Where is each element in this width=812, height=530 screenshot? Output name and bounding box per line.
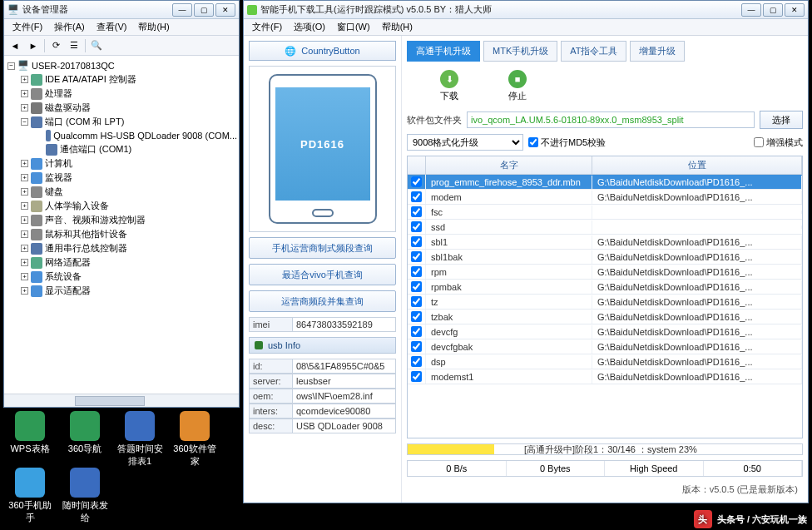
table-row[interactable]: dspG:\BaiduNetdiskDownload\PD1616_... — [408, 354, 802, 369]
stop-label: 停止 — [508, 90, 527, 102]
table-row[interactable]: rpmbakG:\BaiduNetdiskDownload\PD1616_... — [408, 280, 802, 295]
tree-item[interactable]: +人体学输入设备 — [21, 199, 237, 213]
tree-item[interactable]: +监视器 — [21, 171, 237, 185]
row-checkbox[interactable] — [411, 266, 422, 277]
tree-item[interactable]: 通信端口 (COM1) — [34, 142, 237, 156]
row-checkbox[interactable] — [411, 296, 422, 307]
stop-button[interactable]: ■ 停止 — [508, 70, 527, 102]
table-row[interactable]: devcfgG:\BaiduNetdiskDownload\PD1616_... — [408, 324, 802, 339]
download-button[interactable]: ⬇ 下载 — [440, 70, 458, 102]
menu-action[interactable]: 操作(A) — [49, 19, 90, 35]
row-checkbox[interactable] — [411, 176, 422, 187]
desktop-icon[interactable]: 答题时间安排表1 — [116, 411, 163, 468]
download-label: 下载 — [440, 90, 458, 102]
tool-icon — [247, 5, 257, 15]
tool-menu-options[interactable]: 选项(O) — [289, 19, 330, 35]
horizontal-scrollbar[interactable] — [4, 394, 239, 407]
tree-item[interactable]: +键盘 — [21, 185, 237, 199]
tool-menu-help[interactable]: 帮助(H) — [377, 19, 418, 35]
desktop-icon[interactable]: 360软件管家 — [171, 411, 218, 468]
row-checkbox[interactable] — [411, 281, 422, 292]
table-row[interactable]: fsc — [408, 205, 802, 220]
back-icon[interactable]: ◄ — [7, 38, 22, 53]
tree-item[interactable]: +磁盘驱动器 — [21, 101, 237, 115]
enhanced-checkbox[interactable]: 增强模式 — [754, 136, 803, 149]
tool-close-button[interactable]: ✕ — [785, 3, 805, 17]
row-checkbox[interactable] — [411, 191, 422, 202]
device-tree[interactable]: −🖥️USER-20170813QC+IDE ATA/ATAPI 控制器+处理器… — [4, 56, 239, 394]
tool-maximize-button[interactable]: ▢ — [763, 3, 783, 17]
usb-info-row: inters:qcomdevice90080 — [249, 404, 396, 419]
row-checkbox[interactable] — [411, 311, 422, 322]
tool-menu-window[interactable]: 窗口(W) — [332, 19, 375, 35]
tree-item[interactable]: +系统设备 — [21, 270, 237, 284]
tab-qualcomm[interactable]: 高通手机升级 — [407, 41, 480, 62]
desktop-icon[interactable]: 随时间表发给 — [62, 468, 108, 524]
usb-info-row: desc:USB QDLoader 9008 — [249, 419, 396, 433]
table-row[interactable]: sbl1G:\BaiduNetdiskDownload\PD1616_... — [408, 235, 802, 250]
table-row[interactable]: tzG:\BaiduNetdiskDownload\PD1616_... — [408, 295, 802, 310]
row-checkbox[interactable] — [411, 206, 422, 217]
phone-preview: PD1616 — [249, 66, 396, 232]
row-checkbox[interactable] — [411, 341, 422, 352]
row-checkbox[interactable] — [411, 356, 422, 367]
tree-item[interactable]: Qualcomm HS-USB QDLoader 9008 (COM... — [34, 129, 237, 142]
tree-item[interactable]: +通用串行总线控制器 — [21, 241, 237, 255]
tree-root[interactable]: −🖥️USER-20170813QC — [7, 59, 237, 72]
row-checkbox[interactable] — [411, 371, 422, 382]
carrier-union-query-button[interactable]: 运营商频段并集查询 — [249, 290, 396, 312]
menu-help[interactable]: 帮助(H) — [133, 19, 174, 35]
table-row[interactable]: devcfgbakG:\BaiduNetdiskDownload\PD1616_… — [408, 339, 802, 354]
tool-minimize-button[interactable]: — — [741, 3, 761, 17]
table-row[interactable]: sbl1bakG:\BaiduNetdiskDownload\PD1616_..… — [408, 250, 802, 265]
browse-button[interactable]: 选择 — [760, 111, 803, 129]
table-row[interactable]: modemG:\BaiduNetdiskDownload\PD1616_... — [408, 190, 802, 205]
table-row[interactable]: ssd — [408, 220, 802, 235]
device-manager-window: 🖥️ 设备管理器 — ▢ ✕ 文件(F) 操作(A) 查看(V) 帮助(H) ◄… — [3, 0, 240, 408]
table-row[interactable]: tzbakG:\BaiduNetdiskDownload\PD1616_... — [408, 310, 802, 324]
country-button[interactable]: 🌐 CountryButton — [249, 41, 396, 61]
tree-item[interactable]: +声音、视频和游戏控制器 — [21, 213, 237, 227]
tab-at[interactable]: AT指令工具 — [561, 41, 626, 62]
refresh-icon[interactable]: ⟳ — [48, 38, 63, 53]
desktop-icon[interactable]: 360手机助手 — [7, 468, 53, 524]
row-checkbox[interactable] — [411, 326, 422, 337]
close-button[interactable]: ✕ — [215, 3, 235, 17]
grid-header-location[interactable]: 位置 — [592, 156, 802, 174]
tree-item[interactable]: +显示适配器 — [21, 284, 237, 298]
table-row[interactable]: rpmG:\BaiduNetdiskDownload\PD1616_... — [408, 265, 802, 280]
package-path-field[interactable]: ivo_qcom_LA.UM.5.6-01810-89xx.0_msm8953_… — [467, 111, 755, 128]
tree-item[interactable]: +网络适配器 — [21, 255, 237, 270]
tool-title: 智能手机下载工具(运行时跟踪模式) v5.0.5 BY：猎人大师 — [260, 3, 741, 16]
table-row[interactable]: prog_emmc_firehose_8953_ddr.mbnG:\BaiduN… — [408, 175, 802, 190]
carrier-band-query-button[interactable]: 手机运营商制式频段查询 — [249, 237, 396, 259]
forward-icon[interactable]: ► — [26, 38, 41, 53]
properties-icon[interactable]: ☰ — [67, 38, 82, 53]
tree-item[interactable]: +处理器 — [21, 87, 237, 101]
md5-checkbox[interactable]: 不进行MD5校验 — [528, 136, 606, 149]
grid-header-name[interactable]: 名字 — [426, 156, 592, 174]
scan-icon[interactable]: 🔍 — [89, 38, 104, 53]
row-checkbox[interactable] — [411, 236, 422, 247]
menu-file[interactable]: 文件(F) — [7, 19, 47, 35]
tree-item[interactable]: +鼠标和其他指针设备 — [21, 227, 237, 241]
maximize-button[interactable]: ▢ — [194, 3, 214, 17]
download-icon: ⬇ — [440, 70, 458, 88]
menu-view[interactable]: 查看(V) — [92, 19, 132, 35]
tab-mtk[interactable]: MTK手机升级 — [483, 41, 557, 62]
minimize-button[interactable]: — — [172, 3, 192, 17]
mode-select[interactable]: 9008格式化升级 — [407, 134, 523, 151]
tree-item[interactable]: +计算机 — [21, 156, 237, 171]
stat-time: 0:50 — [704, 461, 803, 476]
grid-body[interactable]: prog_emmc_firehose_8953_ddr.mbnG:\BaiduN… — [408, 175, 802, 438]
table-row[interactable]: modemst1G:\BaiduNetdiskDownload\PD1616_.… — [408, 369, 802, 384]
tree-item[interactable]: −端口 (COM 和 LPT) — [21, 115, 237, 129]
best-vivo-query-button[interactable]: 最适合vivo手机查询 — [249, 264, 396, 285]
tool-menu-file[interactable]: 文件(F) — [247, 19, 287, 35]
tab-incremental[interactable]: 增量升级 — [630, 41, 685, 62]
row-checkbox[interactable] — [411, 221, 422, 232]
desktop-icon[interactable]: 360导航 — [62, 411, 108, 468]
row-checkbox[interactable] — [411, 251, 422, 262]
desktop-icon[interactable]: WPS表格 — [7, 411, 53, 468]
tree-item[interactable]: +IDE ATA/ATAPI 控制器 — [21, 72, 237, 87]
